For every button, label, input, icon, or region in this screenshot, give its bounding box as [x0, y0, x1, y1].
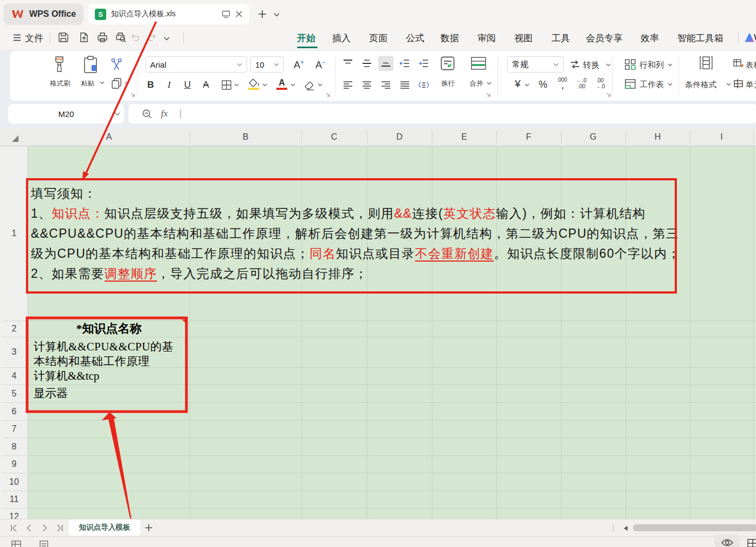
save-icon[interactable] — [57, 31, 69, 43]
scroll-left-icon[interactable] — [623, 525, 628, 531]
row-header-9[interactable]: 9 — [0, 455, 28, 473]
grow-font-button[interactable]: A+ — [294, 58, 304, 71]
zoom-out-icon[interactable] — [142, 109, 152, 119]
clipboard-group-expand-icon[interactable] — [130, 92, 136, 98]
row-header-3[interactable]: 3 — [0, 337, 28, 367]
menu-tab-9[interactable]: 会员专享 — [586, 31, 623, 45]
menu-tab-5[interactable]: 数据 — [441, 31, 459, 45]
decrease-decimal-button[interactable]: .00 →.0 — [595, 77, 605, 89]
column-header-B[interactable]: B — [190, 128, 301, 146]
row-header-6[interactable]: 6 — [0, 402, 28, 420]
cut-icon[interactable] — [109, 57, 124, 71]
format-painter-icon[interactable] — [52, 55, 68, 74]
copy-icon[interactable] — [111, 77, 122, 89]
row-header-7[interactable]: 7 — [0, 420, 28, 438]
rows-columns-chevron-icon[interactable] — [668, 63, 673, 67]
cell-style-icon[interactable] — [733, 78, 745, 90]
column-header-A[interactable]: A — [28, 128, 190, 146]
currency-chevron-icon[interactable] — [525, 83, 529, 87]
column-header-E[interactable]: E — [432, 128, 496, 146]
font-group-expand-icon[interactable] — [325, 92, 331, 98]
table-style-icon[interactable] — [733, 57, 745, 69]
conditional-format-button[interactable]: 条件格式 — [685, 79, 716, 90]
copy-chevron-icon[interactable] — [125, 82, 130, 85]
prev-sheet-icon[interactable] — [25, 524, 34, 532]
active-sheet-tab[interactable]: 知识点导入模板 — [69, 519, 140, 536]
normal-view-icon[interactable] — [11, 540, 22, 547]
borders-icon[interactable] — [221, 80, 232, 90]
menu-tab-8[interactable]: 工具 — [552, 31, 570, 45]
file-menu[interactable]: 文件 — [25, 31, 43, 45]
merge-cells-icon[interactable] — [470, 56, 487, 70]
qat-more-chevron-icon[interactable] — [164, 37, 170, 41]
fill-chevron-icon[interactable] — [262, 83, 267, 87]
paste-chevron-icon[interactable] — [100, 81, 105, 84]
cell-a4[interactable]: 计算机&&tcp — [34, 368, 191, 384]
percent-button[interactable]: % — [539, 79, 547, 90]
number-format-select[interactable]: 常规 — [507, 56, 564, 73]
convert-button[interactable]: 转换 — [583, 60, 599, 70]
column-header-C[interactable]: C — [301, 128, 367, 146]
worksheet-button[interactable]: 工作表 — [639, 79, 664, 90]
eraser-icon[interactable] — [303, 80, 315, 90]
monitor-icon[interactable] — [222, 10, 230, 18]
table-style-button[interactable]: 表格样式 — [746, 60, 756, 70]
cell-a3[interactable]: 计算机&&CPU&&CPU的基本结构和基础工作原理 — [34, 340, 191, 369]
align-left-button[interactable] — [340, 77, 356, 93]
column-header-I[interactable]: I — [690, 128, 753, 146]
font-name-select[interactable]: Arial — [145, 56, 247, 73]
convert-icon[interactable] — [569, 58, 581, 70]
menu-tab-4[interactable]: 公式 — [406, 31, 424, 45]
decrease-indent-button[interactable] — [397, 56, 412, 71]
paste-button[interactable]: 粘贴 — [78, 79, 98, 88]
page-layout-icon[interactable] — [39, 540, 49, 547]
print-icon[interactable] — [96, 31, 108, 43]
font-size-select[interactable]: 10 — [250, 56, 284, 73]
name-box[interactable]: M20 — [8, 104, 124, 123]
justify-button[interactable] — [397, 77, 412, 93]
menu-tab-6[interactable]: 审阅 — [477, 31, 496, 45]
alignment-group-expand-icon[interactable] — [486, 92, 492, 98]
menu-tab-2[interactable]: 插入 — [332, 31, 351, 45]
wrap-text-icon[interactable] — [440, 56, 455, 71]
worksheet-icon[interactable] — [624, 78, 636, 90]
first-sheet-icon[interactable] — [10, 524, 18, 532]
close-tab-icon[interactable] — [235, 10, 243, 18]
redo-icon[interactable] — [146, 34, 157, 42]
column-header-D[interactable]: D — [367, 128, 432, 146]
new-tab-icon[interactable] — [258, 10, 267, 18]
align-center-button[interactable] — [359, 77, 374, 93]
conditional-format-chevron-icon[interactable] — [726, 83, 731, 86]
name-box-chevron-icon[interactable] — [114, 112, 120, 116]
increase-indent-button[interactable] — [416, 56, 431, 71]
row-header-2[interactable]: 2 — [0, 321, 28, 337]
convert-chevron-icon[interactable] — [606, 63, 611, 67]
add-sheet-icon[interactable] — [145, 524, 153, 532]
worksheet-chevron-icon[interactable] — [668, 83, 673, 86]
shrink-font-button[interactable]: A− — [315, 58, 326, 71]
document-tab[interactable]: S 知识点导入模板.xls — [88, 4, 249, 24]
row-header-5[interactable]: 5 — [0, 385, 28, 402]
hamburger-icon[interactable] — [13, 34, 21, 41]
print-preview-icon[interactable] — [115, 31, 127, 43]
export-pdf-icon[interactable] — [78, 31, 90, 43]
horizontal-scrollbar[interactable] — [633, 524, 756, 531]
align-top-button[interactable] — [340, 56, 356, 71]
row-header-8[interactable]: 8 — [0, 438, 28, 455]
font-color-chevron-icon[interactable] — [290, 83, 295, 87]
text-orientation-button[interactable] — [416, 77, 431, 93]
column-header-G[interactable]: G — [561, 128, 625, 146]
undo-icon[interactable] — [130, 34, 141, 42]
font-color-button[interactable]: A — [276, 78, 287, 90]
align-bottom-button[interactable] — [378, 56, 393, 71]
menu-tab-10[interactable]: 效率 — [641, 31, 659, 45]
conditional-format-icon[interactable] — [699, 55, 713, 70]
formula-bar[interactable]: fx — [128, 104, 756, 123]
strikethrough-button[interactable]: A — [199, 80, 212, 90]
increase-decimal-button[interactable]: ←.0 .00 — [577, 77, 586, 89]
currency-button[interactable]: ¥ — [515, 78, 521, 90]
cell-style-button[interactable]: 单元格样式 — [746, 79, 756, 90]
next-sheet-icon[interactable] — [40, 524, 49, 532]
merge-cells-button[interactable]: 合并 — [468, 79, 484, 88]
row-header-11[interactable]: 11 — [0, 491, 28, 508]
